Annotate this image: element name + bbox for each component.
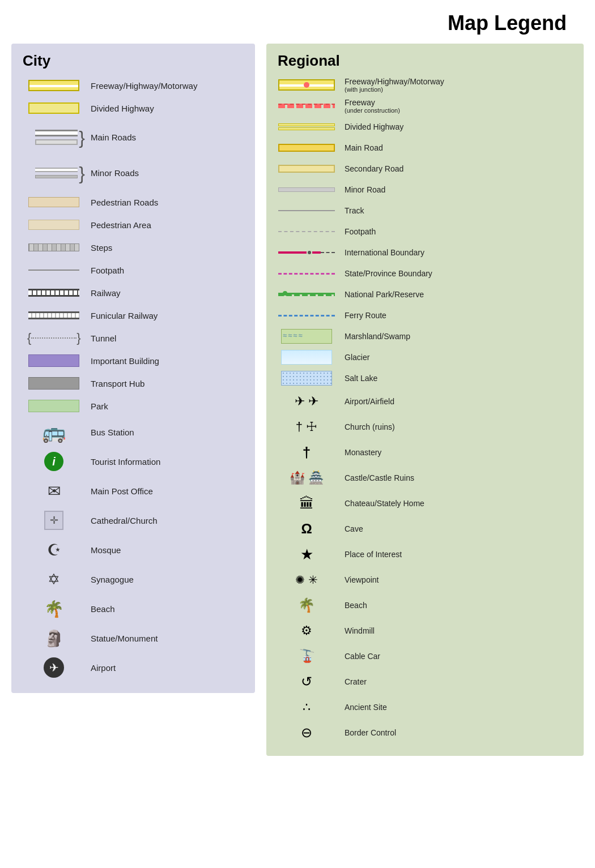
reg-salt-lake-symbol (278, 371, 340, 386)
reg-footpath-label: Footpath (340, 227, 572, 236)
reg-viewpoint-icon: ✺ ✳ (295, 573, 318, 587)
railway-symbol (23, 289, 85, 297)
important-building-symbol (23, 354, 85, 367)
reg-main-symbol (278, 144, 340, 152)
synagogue-label: Synagogue (85, 575, 244, 584)
mosque-icon: ☪ (47, 541, 61, 559)
list-item: Divided Highway (23, 99, 244, 117)
list-item: ✈ ✈ Airport/Airfield (278, 391, 572, 412)
reg-castle-icon: 🏰 🏯 (290, 471, 324, 485)
minor-roads-label: Minor Roads (85, 168, 244, 178)
reg-marsh-symbol: ≈≈≈≈ (278, 329, 340, 344)
reg-chateau-symbol: 🏛 (278, 495, 340, 512)
list-item: ⚙ Windmill (278, 620, 572, 642)
reg-main-label: Main Road (340, 143, 572, 152)
reg-church-icon: † ☩ (296, 420, 317, 434)
funicular-label: Funicular Railway (85, 311, 244, 320)
reg-freeway-const-label: Freeway (345, 98, 375, 107)
list-item: Railway (23, 284, 244, 302)
list-item: i Tourist Information (23, 449, 244, 474)
reg-freeway-label: Freeway/Highway/Motorway (345, 77, 444, 86)
steps-label: Steps (85, 243, 244, 253)
cathedral-label: Cathedral/Church (85, 516, 244, 525)
list-item: National Park/Reserve (278, 286, 572, 303)
list-item: 🏰 🏯 Castle/Castle Ruins (278, 467, 572, 489)
reg-divided-label: Divided Highway (340, 122, 572, 131)
reg-ancient-icon: ∴ (303, 700, 311, 715)
reg-windmill-symbol: ⚙ (278, 623, 340, 638)
reg-chateau-icon: 🏛 (299, 495, 314, 512)
steps-symbol (23, 243, 85, 251)
list-item: Freeway/Highway/Motorway (with junction) (278, 76, 572, 93)
reg-crater-label: Crater (340, 677, 572, 686)
reg-glacier-label: Glacier (340, 353, 572, 362)
list-item: State/Province Boundary (278, 265, 572, 282)
list-item: ✉ Main Post Office (23, 478, 244, 503)
list-item: Footpath (23, 261, 244, 279)
reg-monastery-label: Monastery (340, 448, 572, 457)
reg-glacier-symbol (278, 350, 340, 365)
list-item: ↺ Crater (278, 671, 572, 692)
reg-cave-icon: Ω (301, 521, 312, 537)
reg-nat-park-symbol (278, 290, 340, 298)
reg-freeway-symbol (278, 79, 340, 91)
reg-secondary-symbol (278, 165, 340, 173)
list-item: International Boundary (278, 244, 572, 261)
reg-nat-park-label: National Park/Reserve (340, 290, 572, 299)
beach-city-label: Beach (85, 604, 244, 614)
info-icon: i (44, 452, 63, 471)
railway-label: Railway (85, 288, 244, 298)
main-roads-symbol: } (23, 129, 85, 147)
reg-track-label: Track (340, 206, 572, 215)
freeway-label: Freeway/Highway/Motorway (85, 81, 244, 91)
reg-church-symbol: † ☩ (278, 420, 340, 434)
funicular-symbol (23, 311, 85, 319)
list-item: Park (23, 397, 244, 415)
reg-windmill-label: Windmill (340, 626, 572, 635)
list-item: Pedestrian Area (23, 216, 244, 234)
beach-city-symbol: 🌴 (23, 600, 85, 618)
reg-monastery-icon: † (303, 444, 311, 461)
reg-airport-label: Airport/Airfield (340, 397, 572, 406)
list-item: Ω Cave (278, 518, 572, 540)
reg-freeway-sublabel: (with junction) (345, 86, 572, 93)
reg-viewpoint-label: Viewpoint (340, 575, 572, 584)
list-item: ✺ ✳ Viewpoint (278, 569, 572, 591)
list-item: Glacier (278, 349, 572, 366)
reg-ferry-symbol (278, 315, 340, 317)
reg-crater-icon: ↺ (301, 674, 312, 690)
reg-state-boundary-symbol (278, 273, 340, 275)
bus-icon: 🚌 (42, 421, 66, 443)
list-item: ✡ Synagogue (23, 567, 244, 592)
list-item: † Monastery (278, 442, 572, 463)
list-item: Steps (23, 238, 244, 256)
reg-minor-label: Minor Road (340, 185, 572, 194)
park-label: Park (85, 401, 244, 411)
list-item: ∴ Ancient Site (278, 696, 572, 718)
reg-minor-symbol (278, 187, 340, 192)
main-columns: City Freeway/Highway/Motorway Divided Hi… (11, 44, 584, 756)
reg-salt-lake-label: Salt Lake (340, 374, 572, 383)
beach-city-icon: 🌴 (44, 600, 64, 618)
reg-state-boundary-label: State/Province Boundary (340, 269, 572, 278)
reg-interest-label: Place of Interest (340, 550, 572, 559)
transport-hub-label: Transport Hub (85, 379, 244, 388)
reg-beach-icon: 🌴 (298, 597, 315, 613)
list-item: Pedestrian Roads (23, 193, 244, 211)
synagogue-icon: ✡ (48, 571, 60, 588)
list-item: Footpath (278, 223, 572, 240)
reg-airport-symbol: ✈ ✈ (278, 394, 340, 409)
airport-city-label: Airport (85, 663, 244, 673)
list-item: ⊖ Border Control (278, 722, 572, 743)
reg-windmill-icon: ⚙ (301, 623, 312, 638)
reg-cablecar-symbol: 🚡 (278, 649, 340, 664)
reg-cave-label: Cave (340, 524, 572, 533)
list-item: } Minor Roads (23, 157, 244, 189)
reg-freeway-const-symbol (278, 104, 340, 108)
list-item: Minor Road (278, 181, 572, 198)
post-office-symbol: ✉ (23, 482, 85, 501)
reg-secondary-label: Secondary Road (340, 164, 572, 173)
reg-cablecar-icon: 🚡 (299, 649, 314, 664)
synagogue-symbol: ✡ (23, 571, 85, 588)
list-item: Track (278, 202, 572, 219)
